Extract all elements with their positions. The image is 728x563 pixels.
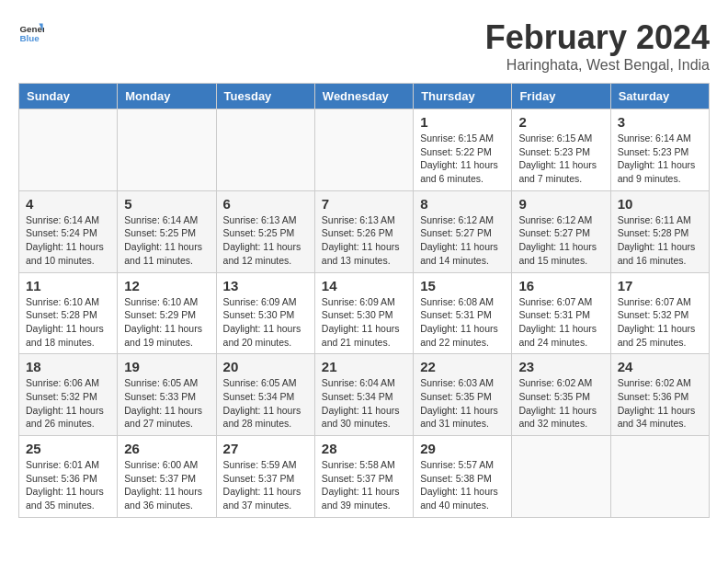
- calendar-cell: 22 Sunrise: 6:03 AM Sunset: 5:35 PM Dayl…: [414, 354, 512, 436]
- day-info: Sunrise: 6:14 AM Sunset: 5:24 PM Dayligh…: [26, 213, 110, 268]
- location-subtitle: Haringhata, West Bengal, India: [485, 57, 710, 74]
- day-info: Sunrise: 6:13 AM Sunset: 5:25 PM Dayligh…: [223, 213, 308, 268]
- calendar-cell: 29 Sunrise: 5:57 AM Sunset: 5:38 PM Dayl…: [414, 436, 512, 518]
- calendar-header-row: SundayMondayTuesdayWednesdayThursdayFrid…: [19, 84, 710, 109]
- day-number: 28: [322, 441, 406, 456]
- page-header: General Blue February 2024 Haringhata, W…: [18, 18, 710, 74]
- title-area: February 2024 Haringhata, West Bengal, I…: [485, 18, 710, 74]
- day-info: Sunrise: 5:58 AM Sunset: 5:37 PM Dayligh…: [322, 458, 406, 512]
- svg-text:Blue: Blue: [19, 33, 40, 43]
- calendar-cell: 20 Sunrise: 6:05 AM Sunset: 5:34 PM Dayl…: [216, 354, 314, 436]
- day-info: Sunrise: 5:57 AM Sunset: 5:38 PM Dayligh…: [420, 458, 505, 512]
- day-info: Sunrise: 6:10 AM Sunset: 5:28 PM Dayligh…: [26, 295, 110, 350]
- calendar-cell: [118, 109, 216, 191]
- day-number: 14: [322, 278, 406, 293]
- day-number: 9: [518, 196, 603, 212]
- calendar-cell: 14 Sunrise: 6:09 AM Sunset: 5:30 PM Dayl…: [314, 272, 413, 354]
- day-number: 6: [223, 196, 308, 212]
- day-number: 1: [420, 114, 505, 130]
- day-number: 4: [26, 196, 110, 212]
- day-info: Sunrise: 6:11 AM Sunset: 5:28 PM Dayligh…: [618, 213, 702, 268]
- calendar-cell: 12 Sunrise: 6:10 AM Sunset: 5:29 PM Dayl…: [118, 272, 216, 354]
- calendar-table: SundayMondayTuesdayWednesdayThursdayFrid…: [18, 83, 710, 518]
- day-info: Sunrise: 6:04 AM Sunset: 5:34 PM Dayligh…: [322, 376, 406, 431]
- day-info: Sunrise: 6:15 AM Sunset: 5:23 PM Dayligh…: [518, 132, 603, 186]
- day-info: Sunrise: 6:05 AM Sunset: 5:33 PM Dayligh…: [124, 376, 209, 431]
- day-number: 8: [420, 196, 505, 212]
- day-info: Sunrise: 6:12 AM Sunset: 5:27 PM Dayligh…: [420, 213, 505, 268]
- day-info: Sunrise: 6:05 AM Sunset: 5:34 PM Dayligh…: [223, 376, 308, 431]
- calendar-cell: 27 Sunrise: 5:59 AM Sunset: 5:37 PM Dayl…: [216, 436, 314, 518]
- day-number: 29: [420, 441, 505, 456]
- calendar-cell: 17 Sunrise: 6:07 AM Sunset: 5:32 PM Dayl…: [610, 272, 709, 354]
- day-number: 26: [124, 441, 209, 456]
- day-number: 27: [223, 441, 308, 456]
- day-info: Sunrise: 6:14 AM Sunset: 5:23 PM Dayligh…: [618, 132, 702, 186]
- logo-icon: General Blue: [18, 18, 44, 44]
- calendar-cell: 25 Sunrise: 6:01 AM Sunset: 5:36 PM Dayl…: [19, 436, 118, 518]
- day-info: Sunrise: 6:02 AM Sunset: 5:35 PM Dayligh…: [518, 376, 603, 431]
- calendar-cell: 6 Sunrise: 6:13 AM Sunset: 5:25 PM Dayli…: [216, 190, 314, 272]
- day-info: Sunrise: 6:13 AM Sunset: 5:26 PM Dayligh…: [322, 213, 406, 268]
- calendar-cell: 8 Sunrise: 6:12 AM Sunset: 5:27 PM Dayli…: [414, 190, 512, 272]
- day-number: 7: [322, 196, 406, 212]
- calendar-cell: 5 Sunrise: 6:14 AM Sunset: 5:25 PM Dayli…: [118, 190, 216, 272]
- day-info: Sunrise: 6:07 AM Sunset: 5:31 PM Dayligh…: [518, 295, 603, 350]
- day-info: Sunrise: 6:00 AM Sunset: 5:37 PM Dayligh…: [124, 458, 209, 512]
- calendar-cell: [512, 436, 610, 518]
- calendar-header-saturday: Saturday: [610, 84, 709, 109]
- day-number: 21: [322, 359, 406, 374]
- day-info: Sunrise: 6:08 AM Sunset: 5:31 PM Dayligh…: [420, 295, 505, 350]
- day-number: 3: [618, 114, 702, 130]
- calendar-body: 1 Sunrise: 6:15 AM Sunset: 5:22 PM Dayli…: [19, 109, 710, 518]
- logo: General Blue: [18, 18, 44, 44]
- calendar-cell: [314, 109, 413, 191]
- calendar-cell: 26 Sunrise: 6:00 AM Sunset: 5:37 PM Dayl…: [118, 436, 216, 518]
- calendar-cell: 13 Sunrise: 6:09 AM Sunset: 5:30 PM Dayl…: [216, 272, 314, 354]
- day-info: Sunrise: 6:15 AM Sunset: 5:22 PM Dayligh…: [420, 132, 505, 186]
- calendar-header-thursday: Thursday: [414, 84, 512, 109]
- day-info: Sunrise: 6:07 AM Sunset: 5:32 PM Dayligh…: [618, 295, 702, 350]
- day-number: 17: [618, 278, 702, 293]
- calendar-header-friday: Friday: [512, 84, 610, 109]
- calendar-header-wednesday: Wednesday: [314, 84, 413, 109]
- day-number: 22: [420, 359, 505, 374]
- day-number: 19: [124, 359, 209, 374]
- calendar-week-row: 11 Sunrise: 6:10 AM Sunset: 5:28 PM Dayl…: [19, 272, 710, 354]
- calendar-header-tuesday: Tuesday: [216, 84, 314, 109]
- day-number: 10: [618, 196, 702, 212]
- day-number: 11: [26, 278, 110, 293]
- calendar-cell: 3 Sunrise: 6:14 AM Sunset: 5:23 PM Dayli…: [610, 109, 709, 191]
- day-number: 16: [518, 278, 603, 293]
- calendar-cell: 1 Sunrise: 6:15 AM Sunset: 5:22 PM Dayli…: [414, 109, 512, 191]
- calendar-week-row: 25 Sunrise: 6:01 AM Sunset: 5:36 PM Dayl…: [19, 436, 710, 518]
- day-info: Sunrise: 6:12 AM Sunset: 5:27 PM Dayligh…: [518, 213, 603, 268]
- calendar-cell: 18 Sunrise: 6:06 AM Sunset: 5:32 PM Dayl…: [19, 354, 118, 436]
- calendar-cell: 28 Sunrise: 5:58 AM Sunset: 5:37 PM Dayl…: [314, 436, 413, 518]
- calendar-header-sunday: Sunday: [19, 84, 118, 109]
- day-number: 13: [223, 278, 308, 293]
- calendar-header-monday: Monday: [118, 84, 216, 109]
- day-number: 12: [124, 278, 209, 293]
- day-info: Sunrise: 6:09 AM Sunset: 5:30 PM Dayligh…: [322, 295, 406, 350]
- day-number: 2: [518, 114, 603, 130]
- day-number: 18: [26, 359, 110, 374]
- calendar-cell: 11 Sunrise: 6:10 AM Sunset: 5:28 PM Dayl…: [19, 272, 118, 354]
- calendar-cell: 24 Sunrise: 6:02 AM Sunset: 5:36 PM Dayl…: [610, 354, 709, 436]
- day-number: 15: [420, 278, 505, 293]
- calendar-cell: [19, 109, 118, 191]
- day-info: Sunrise: 6:03 AM Sunset: 5:35 PM Dayligh…: [420, 376, 505, 431]
- day-number: 23: [518, 359, 603, 374]
- calendar-cell: 16 Sunrise: 6:07 AM Sunset: 5:31 PM Dayl…: [512, 272, 610, 354]
- calendar-cell: 15 Sunrise: 6:08 AM Sunset: 5:31 PM Dayl…: [414, 272, 512, 354]
- calendar-cell: 7 Sunrise: 6:13 AM Sunset: 5:26 PM Dayli…: [314, 190, 413, 272]
- calendar-cell: 4 Sunrise: 6:14 AM Sunset: 5:24 PM Dayli…: [19, 190, 118, 272]
- day-info: Sunrise: 6:06 AM Sunset: 5:32 PM Dayligh…: [26, 376, 110, 431]
- calendar-cell: 21 Sunrise: 6:04 AM Sunset: 5:34 PM Dayl…: [314, 354, 413, 436]
- day-number: 25: [26, 441, 110, 456]
- calendar-cell: [216, 109, 314, 191]
- day-number: 24: [618, 359, 702, 374]
- day-info: Sunrise: 6:01 AM Sunset: 5:36 PM Dayligh…: [26, 458, 110, 512]
- calendar-cell: 2 Sunrise: 6:15 AM Sunset: 5:23 PM Dayli…: [512, 109, 610, 191]
- calendar-cell: 23 Sunrise: 6:02 AM Sunset: 5:35 PM Dayl…: [512, 354, 610, 436]
